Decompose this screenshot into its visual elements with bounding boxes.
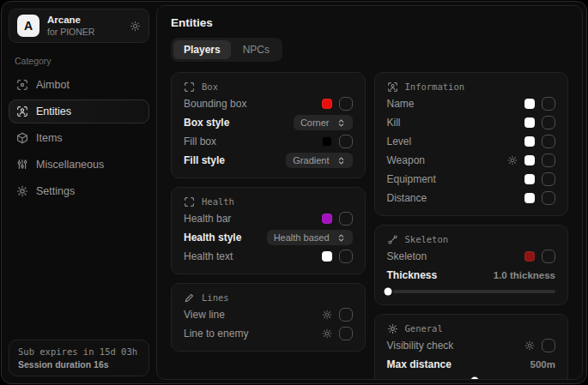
dropdown-value: Health based (274, 232, 330, 243)
setting-label: Skeleton (387, 250, 427, 262)
subscription-info-card: Sub expires in 15d 03h Session duration … (9, 340, 149, 376)
color-swatch[interactable] (524, 193, 535, 203)
max-distance-slider[interactable] (387, 379, 556, 380)
information-panel: Information Name Kill (374, 72, 569, 216)
color-swatch[interactable] (524, 117, 535, 128)
row-health-text: Health text (184, 247, 353, 266)
slider-value: 500m (530, 359, 555, 370)
checkbox[interactable] (339, 327, 353, 340)
app-subtitle: for PIONER (47, 27, 94, 37)
slider-value: 1.0 thickness (494, 270, 555, 280)
tab-players[interactable]: Players (173, 40, 231, 59)
fill-style-dropdown[interactable]: Gradient (286, 153, 352, 168)
setting-label: Weapon (387, 154, 425, 166)
panel-columns: Box Bounding box Box style Corner (171, 72, 568, 380)
checkbox[interactable] (542, 116, 555, 129)
entity-scan-icon (16, 105, 28, 117)
setting-label: Fill box (184, 135, 216, 147)
checkbox[interactable] (542, 191, 555, 205)
box-panel: Box Bounding box Box style Corner (171, 72, 366, 178)
slider-thumb[interactable] (385, 288, 392, 296)
color-swatch[interactable] (524, 99, 535, 109)
gear-icon (322, 310, 332, 320)
sliders-icon (16, 159, 28, 171)
color-swatch[interactable] (322, 99, 332, 109)
row-thickness: Thickness 1.0 thickness (387, 266, 556, 285)
row-settings-button[interactable] (524, 340, 535, 351)
left-column: Box Bounding box Box style Corner (171, 72, 366, 352)
sidebar-item-miscellaneous[interactable]: Miscellaneous (9, 153, 149, 177)
color-swatch[interactable] (524, 136, 535, 147)
app-logo: A (17, 15, 39, 37)
row-name: Name (387, 94, 556, 113)
box-style-dropdown[interactable]: Corner (294, 115, 353, 130)
row-skeleton: Skeleton (387, 247, 556, 266)
app-title: Arcane (47, 15, 94, 26)
corner-brackets-icon (184, 196, 195, 208)
checkbox[interactable] (339, 97, 353, 111)
checkbox[interactable] (339, 308, 353, 322)
row-bounding-box: Bounding box (184, 94, 353, 113)
row-settings-button[interactable] (322, 328, 332, 339)
main-content: Entities Players NPCs Box Bounding box (156, 5, 583, 380)
corner-brackets-icon (184, 81, 195, 93)
sidebar-item-items[interactable]: Items (9, 126, 149, 150)
sidebar-item-label: Miscellaneous (36, 159, 104, 171)
tab-npcs[interactable]: NPCs (233, 40, 280, 59)
setting-label: Health bar (184, 213, 231, 225)
setting-label: Name (387, 98, 415, 110)
checkbox[interactable] (339, 135, 353, 148)
checkbox[interactable] (542, 153, 555, 167)
setting-label: Fill style (184, 154, 225, 166)
sidebar-item-aimbot[interactable]: Aimbot (9, 73, 149, 97)
right-column: Information Name Kill (374, 72, 569, 380)
setting-label: Level (387, 135, 412, 147)
pencil-line-icon (184, 292, 195, 304)
checkbox[interactable] (542, 172, 555, 186)
dropdown-value: Gradient (293, 155, 329, 165)
setting-label: Visibility check (387, 340, 454, 352)
color-swatch[interactable] (322, 214, 332, 224)
color-swatch[interactable] (524, 251, 535, 262)
sidebar-item-entities[interactable]: Entities (9, 99, 149, 123)
color-swatch[interactable] (322, 136, 332, 147)
checkbox[interactable] (542, 135, 555, 148)
row-settings-button[interactable] (507, 155, 518, 165)
setting-label: Distance (387, 192, 427, 204)
setting-label: Health text (184, 250, 233, 262)
row-fill-box: Fill box (184, 132, 353, 151)
checkbox[interactable] (542, 97, 555, 111)
entity-scan-icon (387, 81, 398, 93)
thickness-slider[interactable] (387, 290, 556, 293)
row-health-bar: Health bar (184, 209, 353, 228)
sidebar-item-settings[interactable]: Settings (9, 179, 149, 203)
gear-icon (130, 21, 141, 32)
row-settings-button[interactable] (322, 310, 332, 320)
row-kill: Kill (387, 113, 556, 132)
dropdown-value: Corner (300, 117, 330, 128)
checkbox[interactable] (339, 250, 353, 263)
unfold-icon (336, 156, 346, 165)
checkbox[interactable] (542, 339, 555, 352)
session-duration-text: Session duration 16s (18, 359, 140, 370)
settings-gear-button[interactable] (130, 21, 141, 32)
checkbox[interactable] (542, 250, 555, 263)
panel-title: Health (202, 196, 234, 207)
health-panel: Health Health bar Health style Health ba… (171, 187, 366, 274)
sun-icon (387, 323, 398, 334)
color-swatch[interactable] (524, 174, 535, 184)
color-swatch[interactable] (524, 155, 535, 165)
checkbox[interactable] (339, 212, 353, 226)
gear-icon (16, 185, 28, 197)
gear-icon (524, 340, 535, 351)
slider-thumb[interactable] (470, 377, 478, 381)
color-swatch[interactable] (322, 251, 332, 262)
panel-header: General (387, 321, 556, 336)
setting-label: Kill (387, 117, 401, 129)
slider-fill (387, 379, 475, 380)
setting-label: Health style (184, 232, 241, 244)
health-style-dropdown[interactable]: Health based (267, 230, 353, 245)
setting-label: Line to enemy (184, 328, 248, 340)
sidebar-item-label: Entities (36, 105, 71, 117)
row-visibility-check: Visibility check (387, 336, 556, 355)
